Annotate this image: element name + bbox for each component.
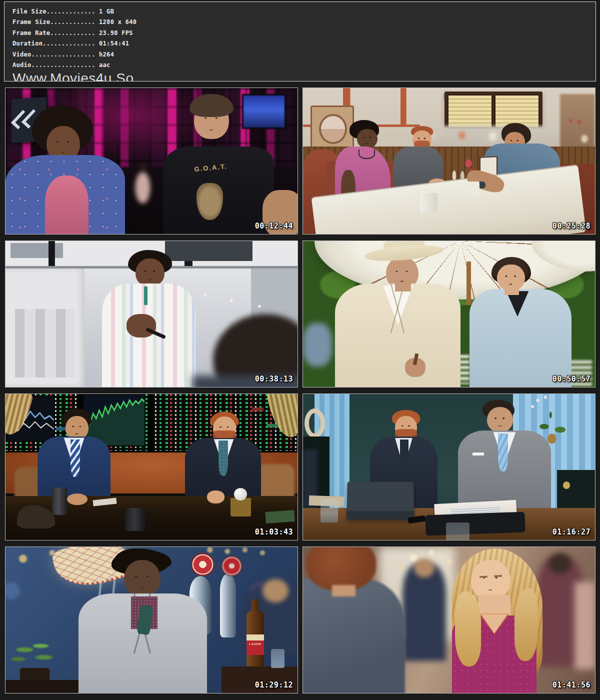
timestamp-overlay: 01:03:43 [255,528,293,536]
hair-strand-front [455,591,482,667]
hair-strand-front-2 [514,588,538,661]
club-tv-screen [242,94,286,129]
man2-hand [207,490,224,504]
ring-sculpture [304,408,325,438]
blurred-guest-navy [402,564,446,661]
metadata-line-video: Video................. h264 [12,50,596,60]
file-info-panel: File Size............. 1 GB Frame Size..… [4,2,596,82]
screenshot-frame-8: 01:41:56 [302,546,596,694]
ceiling-lights [186,288,280,311]
screenshot-frame-3: 00:38:13 [5,240,298,388]
umbrella-pole [466,262,471,306]
leather-folder [426,512,526,536]
screenshot-frame-1: G.O.A.T. 00:12:44 [5,88,298,234]
laptop [346,482,414,520]
screenshot-frame-7: LAGER 01:29:12 [5,546,298,694]
blurred-guests [303,323,332,367]
screenshot-frame-5: 01:03:43 [5,394,298,540]
goat-shirt-text: G.O.A.T. [172,160,250,174]
screenshot-frame-4: 00:50:57 [302,240,596,388]
man1-face [66,416,89,440]
beer-bottle-label: LAGER [246,634,264,655]
blurred-guest-head-2 [548,553,572,574]
timestamp-overlay: 00:38:13 [255,376,293,383]
screenshot-grid: G.O.A.T. 00:12:44 [5,88,596,694]
cream-linen-suit [335,284,460,387]
beer-tap-2 [220,574,236,638]
black-mug [125,508,146,532]
right-man-black-tshirt: G.O.A.T. [163,146,274,234]
foreground-man-neck [332,585,356,596]
clasped-hands [126,314,156,338]
metadata-line-audio: Audio................. aac [12,60,596,70]
metadata-line-duration: Duration.............. 01:54:41 [12,38,596,49]
left-man-pink-tee [45,176,89,234]
man1-striped-tie [70,440,80,478]
light-blue-blazer [470,289,572,387]
tap-badge-red [191,553,214,576]
timestamp-overlay: 01:41:56 [552,682,590,689]
timestamp-overlay: 01:16:27 [552,528,590,536]
blurred-patron-head [262,579,289,602]
woman-face [471,560,510,600]
coffee-mug [420,193,438,212]
timestamp-overlay: 01:29:12 [255,682,293,689]
timestamp-overlay: 00:25:28 [552,222,590,230]
metadata-line-file-size: File Size............. 1 GB [12,6,596,17]
blurred-guest-head [414,558,434,578]
green-book [265,510,295,524]
potted-plant [6,634,70,672]
shot-glass [271,649,284,668]
timestamp-overlay: 00:50:57 [552,376,590,383]
tap-badge-red-2 [222,556,242,576]
coffee-mug-2 [466,182,480,196]
black-tumbler [52,488,66,515]
man2-face [487,407,514,432]
curly-man-face [497,264,524,291]
screenshot-frame-2: 00:25:28 [302,88,596,234]
cabinet-logo [563,482,570,489]
metadata-line-frame-rate: Frame Rate............ 23.98 FPS [12,28,596,38]
curly-man-neck [504,288,519,295]
white-door [6,268,84,387]
cowboy-man-neck [395,282,411,292]
golf-ball-trophy [230,496,251,516]
man1-tie [400,440,409,472]
man-face [124,560,160,596]
goat-graphic [196,183,223,220]
man2-teal-tie [218,440,228,476]
foreground-man-head [306,546,376,591]
man1-hands [67,494,88,505]
menu-board [444,92,542,130]
media-info-sheet: { "info": { "lines": [ "File Size.......… [0,0,600,700]
man1-face [357,129,378,148]
metadata-line-frame-size: Frame Size............ 1280 x 640 [12,17,596,28]
bottle-label-text: LAGER [246,642,264,646]
water-glass-2 [446,522,470,540]
timestamp-overlay: 00:12:44 [255,222,293,230]
watermark-text: Www.Movies4u.So [12,71,596,82]
screenshot-frame-6: 01:16:27 [302,394,596,540]
water-glass [320,499,338,522]
pocket-square [472,452,484,456]
blurred-guest-right [574,582,595,670]
man2-blue-tie [498,434,508,472]
lanyard [144,286,148,306]
